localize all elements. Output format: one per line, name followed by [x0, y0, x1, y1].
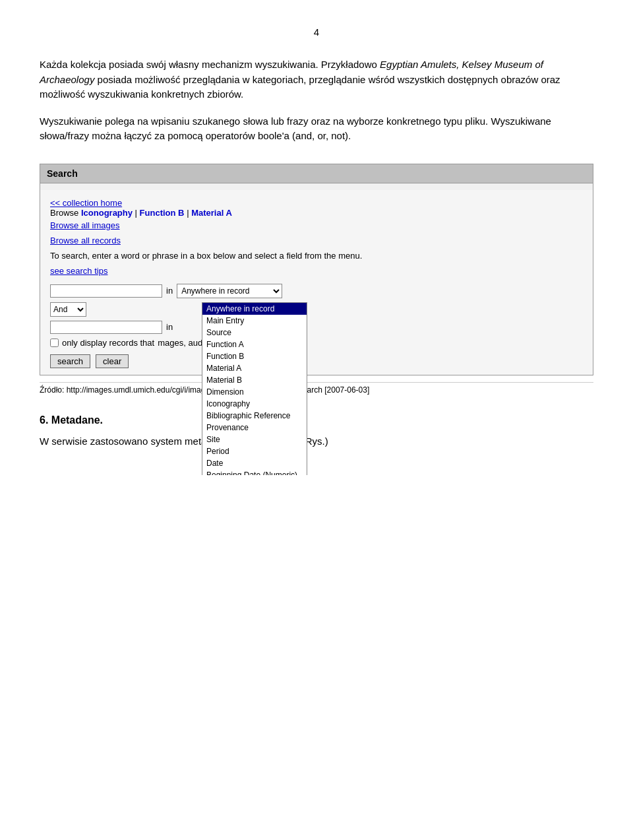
- dropdown-item-main-entry[interactable]: Main Entry: [202, 315, 307, 327]
- search-row-1: in Anywhere in record Main Entry Source …: [50, 284, 583, 298]
- field-select-1[interactable]: Anywhere in record Main Entry Source Fun…: [177, 284, 282, 298]
- bottom-paragraph: W serwisie zastosowano system metadanych…: [40, 434, 593, 449]
- search-form: in Anywhere in record Main Entry Source …: [50, 284, 583, 368]
- button-row: search clear: [50, 354, 583, 368]
- browse-all-records-link[interactable]: Browse all records: [50, 236, 583, 245]
- display-records-checkbox[interactable]: [50, 339, 59, 347]
- checkbox-label: only display records that: [62, 338, 154, 348]
- search-button[interactable]: search: [50, 354, 90, 368]
- section-heading: 6. Metadane.: [40, 414, 593, 426]
- search-row-2: in: [50, 321, 583, 334]
- dropdown-item-date[interactable]: Date: [202, 457, 307, 469]
- dropdown-item-beginning-date[interactable]: Beginning Date (Numeric): [202, 469, 307, 476]
- paragraph-1: Każda kolekcja posiada swój własny mecha…: [40, 57, 593, 102]
- search-title-bar: Search: [40, 164, 593, 183]
- clear-button[interactable]: clear: [96, 354, 129, 368]
- dropdown-item-material-a[interactable]: Material A: [202, 362, 307, 374]
- dropdown-item-provenance[interactable]: Provenance: [202, 422, 307, 434]
- search-input-1[interactable]: [50, 284, 162, 298]
- in-label-2: in: [166, 322, 173, 332]
- dropdown-overlay: Anywhere in record Main Entry Source Fun…: [202, 302, 307, 476]
- dropdown-item-period[interactable]: Period: [202, 445, 307, 457]
- search-body: << collection home Browse Iconography | …: [40, 190, 593, 375]
- bool-operator-select[interactable]: And Or Not: [50, 302, 86, 317]
- dropdown-item-anywhere[interactable]: Anywhere in record: [202, 303, 307, 315]
- section-number: 6: [40, 414, 45, 426]
- collection-home-link[interactable]: << collection home: [50, 198, 122, 208]
- dropdown-item-bibliographic[interactable]: Bibliographic Reference: [202, 410, 307, 422]
- screenshot-container: Search << collection home Browse Iconogr…: [40, 164, 593, 375]
- see-search-tips-link[interactable]: see search tips: [50, 266, 583, 276]
- checkbox-row: only display records that mages, audio, …: [50, 338, 583, 348]
- dropdown-item-material-b[interactable]: Material B: [202, 374, 307, 386]
- instruction-text: To search, enter a word or phrase in a b…: [50, 251, 583, 261]
- p1-text-after: posiada możliwość przeglądania w kategor…: [40, 74, 560, 100]
- page-number: 4: [40, 26, 593, 38]
- bool-row: And Or Not: [50, 302, 583, 317]
- p1-text-before: Każda kolekcja posiada swój własny mecha…: [40, 59, 380, 70]
- browse-iconography-link[interactable]: Iconography: [81, 208, 133, 218]
- dropdown-item-dimension[interactable]: Dimension: [202, 386, 307, 398]
- browse-function-b-link[interactable]: Function B: [140, 208, 185, 218]
- dropdown-item-site[interactable]: Site: [202, 434, 307, 445]
- dropdown-item-function-b[interactable]: Function B: [202, 350, 307, 362]
- screenshot-caption: Źródło: http://images.umdl.umich.edu/cgi…: [40, 382, 593, 395]
- browse-line: Browse Iconography | Function B | Materi…: [50, 208, 583, 218]
- dropdown-item-function-a[interactable]: Function A: [202, 339, 307, 350]
- browse-material-a-link[interactable]: Material A: [191, 208, 232, 218]
- browse-all-images-link[interactable]: Browse all images: [50, 220, 583, 230]
- dropdown-item-iconography[interactable]: Iconography: [202, 398, 307, 410]
- separator-1: |: [135, 208, 140, 218]
- section-title: Metadane.: [51, 414, 103, 426]
- dropdown-item-source[interactable]: Source: [202, 327, 307, 339]
- paragraph-2: Wyszukiwanie polega na wpisaniu szukaneg…: [40, 114, 593, 144]
- in-label-1: in: [166, 286, 173, 296]
- browse-label: Browse: [50, 208, 81, 218]
- search-input-2[interactable]: [50, 321, 162, 334]
